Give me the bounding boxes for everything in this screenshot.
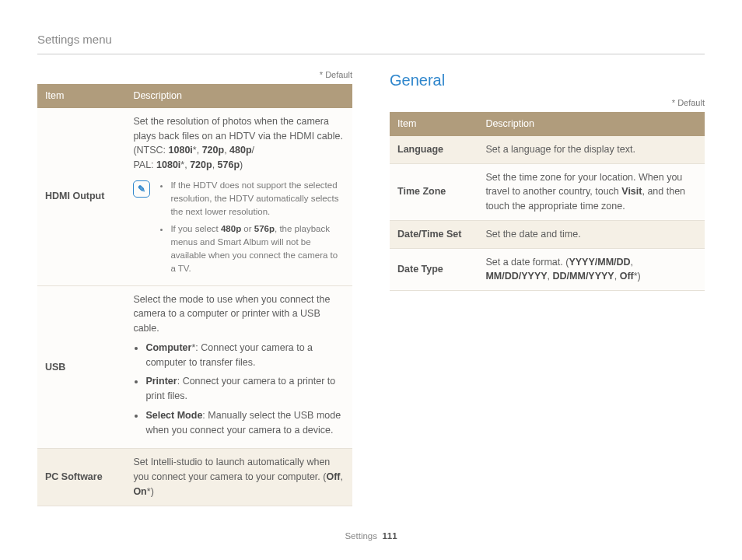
usb-intro: Select the mode to use when you connect … bbox=[133, 294, 330, 334]
table-row: Time Zone Set the time zone for your loc… bbox=[390, 163, 705, 220]
left-column: * Default Item Description HDMI Output S… bbox=[37, 68, 352, 506]
hdmi-note-2: If you select 480p or 576p, the playback… bbox=[170, 222, 345, 276]
usb-opt-select-mode: Select Mode: Manually select the USB mod… bbox=[145, 408, 345, 438]
item-time-zone: Time Zone bbox=[390, 163, 478, 220]
right-table: Item Description Language Set a language… bbox=[390, 112, 705, 291]
th-item: Item bbox=[37, 84, 125, 108]
item-pc-software: PC Software bbox=[37, 449, 125, 506]
usb-opt-computer: Computer*: Connect your camera to a comp… bbox=[145, 341, 345, 370]
desc-date-time-set: Set the date and time. bbox=[478, 220, 705, 248]
desc-pc-software: Set Intelli-studio to launch automatical… bbox=[125, 449, 352, 506]
desc-date-type: Set a date format. (YYYY/MM/DD, MM/DD/YY… bbox=[478, 248, 705, 291]
table-row: USB Select the mode to use when you conn… bbox=[37, 285, 352, 449]
ntsc-v2: 480p bbox=[229, 145, 252, 156]
hdmi-note-1: If the HDTV does not support the selecte… bbox=[170, 179, 345, 219]
hdmi-notes: If the HDTV does not support the selecte… bbox=[158, 179, 345, 279]
default-note-left: * Default bbox=[37, 68, 352, 82]
pal-v2: 576p bbox=[218, 159, 240, 170]
table-row: Date Type Set a date format. (YYYY/MM/DD… bbox=[390, 248, 705, 291]
pal-v1: 720p bbox=[190, 159, 212, 170]
footer-page-number: 111 bbox=[382, 531, 397, 541]
default-note-right: * Default bbox=[390, 96, 705, 110]
footer-section: Settings bbox=[345, 531, 377, 541]
ntsc-v0: 1080i bbox=[169, 145, 193, 156]
section-title-general: General bbox=[390, 68, 705, 92]
left-table: Item Description HDMI Output Set the res… bbox=[37, 84, 352, 506]
table-row: HDMI Output Set the resolution of photos… bbox=[37, 108, 352, 285]
table-row: Date/Time Set Set the date and time. bbox=[390, 220, 705, 248]
item-hdmi-output: HDMI Output bbox=[37, 108, 125, 285]
item-language: Language bbox=[390, 136, 478, 163]
desc-usb: Select the mode to use when you connect … bbox=[125, 285, 352, 449]
table-row: Language Set a language for the display … bbox=[390, 136, 705, 163]
desc-hdmi-output: Set the resolution of photos when the ca… bbox=[125, 108, 352, 285]
th-item: Item bbox=[390, 112, 478, 136]
th-desc: Description bbox=[125, 84, 352, 108]
ntsc-label: (NTSC: bbox=[133, 145, 168, 156]
item-date-type: Date Type bbox=[390, 248, 478, 291]
item-usb: USB bbox=[37, 285, 125, 449]
right-column: General * Default Item Description Langu… bbox=[390, 68, 705, 506]
th-desc: Description bbox=[478, 112, 705, 136]
table-row: PC Software Set Intelli-studio to launch… bbox=[37, 449, 352, 506]
item-date-time-set: Date/Time Set bbox=[390, 220, 478, 248]
desc-language: Set a language for the display text. bbox=[478, 136, 705, 163]
hdmi-intro: Set the resolution of photos when the ca… bbox=[133, 116, 343, 142]
page-header: Settings menu bbox=[37, 31, 705, 54]
note-icon: ✎ bbox=[133, 180, 150, 198]
page-footer: Settings 111 bbox=[0, 530, 742, 543]
pal-label: PAL: bbox=[133, 159, 156, 170]
ntsc-v1: 720p bbox=[202, 145, 225, 156]
desc-time-zone: Set the time zone for your location. Whe… bbox=[478, 163, 705, 220]
pal-v0: 1080i bbox=[156, 159, 180, 170]
usb-opt-printer: Printer: Connect your camera to a printe… bbox=[145, 374, 345, 404]
